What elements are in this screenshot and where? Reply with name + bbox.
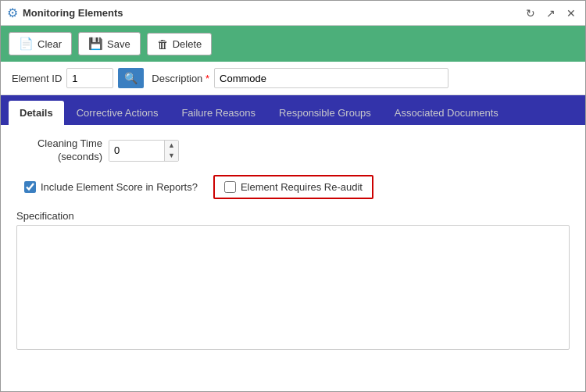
tab-details[interactable]: Details	[9, 101, 64, 125]
include-score-checkbox[interactable]	[24, 181, 36, 193]
delete-label: Delete	[173, 38, 202, 50]
element-id-label: Element ID	[12, 73, 62, 84]
specification-label: Specification	[16, 210, 570, 222]
cleaning-time-input-wrap: ▲ ▼	[109, 140, 179, 162]
reaudit-label: Element Requires Re-audit	[241, 181, 363, 193]
cleaning-time-row: Cleaning Time(seconds) ▲ ▼	[16, 137, 570, 164]
reaudit-group: Element Requires Re-audit	[213, 175, 373, 199]
clear-button[interactable]: 📄 Clear	[9, 32, 72, 55]
title-controls: ↻ ↗ ✕	[523, 5, 579, 21]
save-button[interactable]: 💾 Save	[78, 32, 141, 55]
toolbar: 📄 Clear 💾 Save 🗑 Delete	[1, 26, 585, 62]
element-id-input[interactable]	[66, 68, 113, 88]
element-id-group: Element ID 🔍	[12, 68, 144, 88]
include-score-group: Include Element Score in Reports?	[24, 181, 198, 193]
clear-label: Clear	[38, 38, 62, 50]
tab-responsible-groups[interactable]: Responsible Groups	[268, 101, 382, 125]
refresh-button[interactable]: ↻	[523, 5, 538, 21]
search-button[interactable]: 🔍	[118, 68, 144, 88]
cleaning-time-label: Cleaning Time(seconds)	[16, 137, 102, 164]
spin-up-button[interactable]: ▲	[165, 141, 178, 151]
search-bar: Element ID 🔍 Description *	[1, 62, 585, 95]
title-left: ⚙ Monitoring Elements	[7, 5, 123, 20]
save-label: Save	[107, 38, 130, 50]
title-bar: ⚙ Monitoring Elements ↻ ↗ ✕	[1, 1, 585, 26]
expand-button[interactable]: ↗	[543, 5, 559, 21]
clear-icon: 📄	[19, 37, 34, 51]
specification-textarea[interactable]	[16, 225, 570, 350]
search-icon: 🔍	[124, 72, 138, 84]
save-icon: 💾	[88, 37, 103, 51]
delete-button[interactable]: 🗑 Delete	[147, 33, 213, 55]
close-button[interactable]: ✕	[563, 5, 579, 21]
checkbox-row: Include Element Score in Reports? Elemen…	[16, 175, 570, 199]
app-icon: ⚙	[7, 5, 18, 20]
spin-down-button[interactable]: ▼	[165, 151, 178, 161]
description-input[interactable]	[214, 68, 448, 88]
tab-corrective-actions[interactable]: Corrective Actions	[66, 101, 170, 125]
description-group: Description *	[152, 68, 448, 88]
tab-failure-reasons[interactable]: Failure Reasons	[170, 101, 266, 125]
specification-section: Specification	[16, 210, 570, 352]
spin-buttons: ▲ ▼	[164, 141, 178, 161]
include-score-label: Include Element Score in Reports?	[41, 181, 198, 193]
description-required: *	[205, 73, 209, 84]
reaudit-checkbox[interactable]	[224, 181, 236, 193]
content-area: Cleaning Time(seconds) ▲ ▼ Include Eleme…	[1, 125, 585, 391]
tab-associated-documents[interactable]: Associated Documents	[384, 101, 509, 125]
window-title: Monitoring Elements	[23, 7, 123, 19]
tabs-bar: Details Corrective Actions Failure Reaso…	[1, 95, 585, 125]
delete-icon: 🗑	[157, 37, 169, 51]
cleaning-time-input[interactable]	[109, 141, 164, 161]
description-label: Description *	[152, 73, 209, 84]
main-window: ⚙ Monitoring Elements ↻ ↗ ✕ 📄 Clear 💾 Sa…	[0, 0, 586, 392]
